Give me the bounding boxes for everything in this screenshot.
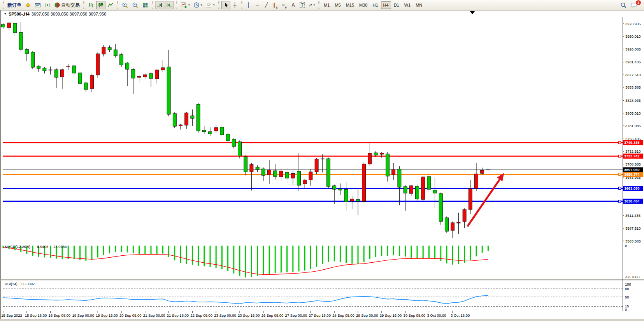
zoom-out-icon	[132, 2, 139, 9]
channel-icon-sub: E	[276, 6, 278, 9]
new-order-button[interactable]: 新订单	[6, 1, 23, 9]
trend-arrow[interactable]	[467, 173, 504, 227]
chart-doc-button[interactable]	[23, 1, 33, 9]
svg-text:3901.435: 3901.435	[625, 60, 641, 64]
cursor-icon	[223, 2, 229, 8]
cursor-tool-button[interactable]	[221, 1, 230, 9]
svg-text:3663.050: 3663.050	[624, 186, 640, 190]
toolbar-grip	[117, 1, 118, 9]
timeframe-H4[interactable]: H4	[381, 1, 391, 9]
svg-text:3 Oct 00:00: 3 Oct 00:00	[427, 313, 446, 318]
dropdown-caret: ▾	[213, 3, 215, 7]
chart-canvas[interactable]: MACD(12,26,9)-8.9406-23.03840-53.7803RSI…	[0, 0, 644, 321]
svg-text:-23.0384: -23.0384	[52, 244, 67, 249]
vertical-line-icon: │	[247, 3, 250, 7]
fibonacci-icon: ≡	[282, 3, 284, 7]
chart-shift-button[interactable]	[165, 1, 174, 9]
svg-text:27 Sep 00:00: 27 Sep 00:00	[285, 313, 307, 318]
timeframe-M30[interactable]: M30	[357, 1, 370, 9]
channel-tool-button[interactable]: ∥ E	[271, 1, 280, 9]
ohlc-high: 3699.050	[51, 12, 68, 16]
add-indicator-button[interactable]: ▾	[179, 1, 191, 9]
svg-text:-8.9406: -8.9406	[36, 244, 48, 249]
notifications-button[interactable]: 1	[629, 1, 643, 9]
svg-text:3853.585: 3853.585	[625, 85, 641, 89]
candlestick-chart-button[interactable]	[96, 1, 105, 9]
broadcast-button[interactable]	[43, 1, 52, 9]
macd-label: MACD(12,26,9)-8.9406-23.0384	[5, 244, 67, 249]
search-button[interactable]	[619, 1, 628, 9]
price-axis[interactable]: 3973.9353950.0103926.0853901.4353877.510…	[623, 22, 643, 243]
autoscroll-button[interactable]	[155, 1, 164, 9]
zoom-out-button[interactable]	[130, 1, 140, 9]
globe-icon	[54, 2, 60, 8]
svg-text:27 Sep 16:00: 27 Sep 16:00	[309, 313, 331, 318]
svg-text:3877.510: 3877.510	[625, 73, 641, 77]
svg-text:23 Sep 00:00: 23 Sep 00:00	[214, 313, 236, 318]
svg-text:3805.010: 3805.010	[625, 111, 641, 115]
line-chart-icon	[107, 2, 114, 8]
timeframe-W1[interactable]: W1	[402, 1, 413, 9]
timeframe-group: M1M5M15M30H1H4D1W1MN	[321, 1, 425, 9]
svg-text:21 Sep 16:00: 21 Sep 16:00	[167, 313, 189, 318]
timeframe-H1[interactable]: H1	[370, 1, 381, 9]
line-chart-button[interactable]	[106, 1, 115, 9]
bar-chart-icon	[88, 2, 94, 8]
autoscroll-icon	[156, 2, 163, 8]
auto-trading-button[interactable]: 自动交易	[53, 1, 81, 9]
text-label-icon: T	[300, 2, 305, 8]
ohlc-open: 3697.050	[32, 12, 49, 16]
search-icon	[620, 2, 627, 9]
svg-text:19 Sep 16:00: 19 Sep 16:00	[96, 313, 118, 318]
crosshair-tool-button[interactable]: ┼	[231, 1, 239, 9]
timeframe-M5[interactable]: M5	[332, 1, 343, 9]
svg-text:3587.510: 3587.510	[625, 226, 641, 230]
auto-trading-label: 自动交易	[61, 2, 80, 9]
arrows-tool-button[interactable]: ↗ ▾	[307, 1, 317, 9]
candlesticks	[2, 22, 490, 238]
chart-shift-marker[interactable]	[470, 11, 475, 14]
trendline-tool-button[interactable]: ╱	[262, 1, 271, 9]
horizontal-line-tool-button[interactable]: ─	[253, 1, 262, 9]
tile-windows-button[interactable]	[140, 1, 150, 9]
symbol-label: SP500-,H4	[9, 12, 30, 16]
horizontal-line-icon: ─	[256, 3, 259, 7]
svg-text:29 Sep 16:00: 29 Sep 16:00	[380, 313, 402, 318]
window-chart-button[interactable]	[33, 1, 42, 9]
fibonacci-tool-button[interactable]: ≡ F	[280, 1, 289, 9]
svg-text:3973.935: 3973.935	[625, 22, 641, 26]
svg-text:3828.935: 3828.935	[625, 98, 641, 103]
text-tool-button[interactable]: A	[289, 1, 298, 9]
svg-text:30 Sep 08:00: 30 Sep 08:00	[404, 313, 426, 318]
text-label-tool-button[interactable]: T	[298, 1, 307, 9]
svg-text:3926.085: 3926.085	[625, 47, 641, 51]
dropdown-caret: ▾	[201, 3, 202, 7]
bar-chart-button[interactable]	[86, 1, 96, 9]
timeframe-M1[interactable]: M1	[321, 1, 332, 9]
arrows-tool-icon: ↗	[309, 3, 312, 7]
tile-windows-icon	[142, 2, 148, 8]
svg-text:16 Sep 08:00: 16 Sep 08:00	[49, 313, 71, 318]
collapse-icon[interactable]: ▼	[4, 12, 7, 15]
svg-text:-53.7803: -53.7803	[625, 275, 640, 279]
svg-text:3781.085: 3781.085	[625, 124, 641, 128]
ohlc-low: 3697.050	[70, 12, 88, 16]
timeframe-D1[interactable]: D1	[391, 1, 402, 9]
svg-text:3611.435: 3611.435	[625, 213, 640, 218]
vertical-line-tool-button[interactable]: │	[244, 1, 253, 9]
window-chart-icon	[35, 2, 41, 8]
time-axis[interactable]: 15 Sep 202215 Sep 16:0016 Sep 08:0019 Se…	[1, 311, 470, 318]
zoom-in-button[interactable]	[120, 1, 130, 9]
template-button[interactable]: ▾	[204, 1, 216, 9]
timeframe-M15[interactable]: M15	[344, 1, 356, 9]
svg-text:MACD(12,26,9): MACD(12,26,9)	[5, 244, 30, 249]
period-button[interactable]: ▾	[192, 1, 204, 9]
horizontal-lines[interactable]	[3, 141, 623, 202]
timeframe-MN[interactable]: MN	[413, 1, 425, 9]
toolbar-grip	[176, 1, 177, 9]
svg-text:15 Sep 2022: 15 Sep 2022	[1, 313, 22, 318]
crosshair-icon: ┼	[233, 3, 237, 7]
notification-badge: 1	[635, 0, 641, 5]
toolbar-grip	[3, 1, 4, 9]
zoom-in-icon	[122, 2, 128, 9]
